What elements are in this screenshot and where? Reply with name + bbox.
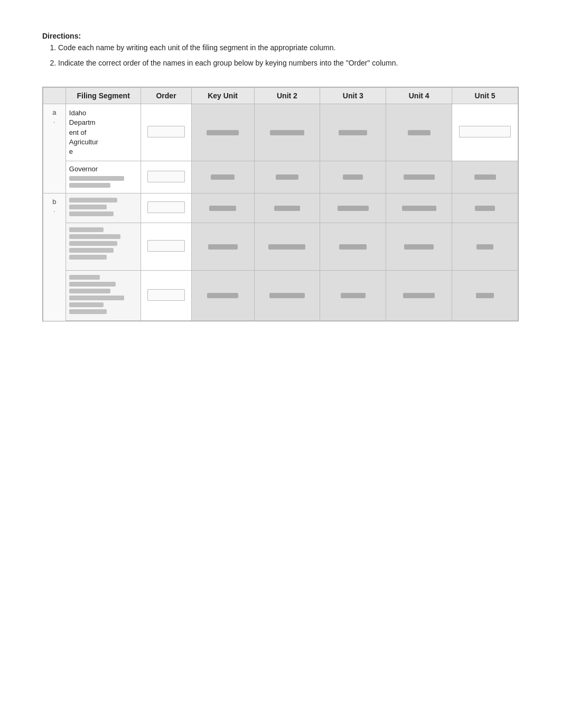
unit4-cell-a2	[386, 161, 452, 193]
unit5-cell-a1[interactable]	[452, 104, 518, 161]
group-label-b: b.	[43, 193, 66, 321]
unit4-cell-b3	[386, 271, 452, 321]
unit2-cell-b3	[254, 271, 320, 321]
unit2-cell-b2	[254, 223, 320, 271]
order-input-b1[interactable]	[147, 201, 184, 213]
th-empty	[43, 88, 66, 104]
unit5-cell-b1	[452, 193, 518, 223]
directions-section: Directions: Code each name by writing ea…	[42, 32, 519, 69]
unit4-cell-b2	[386, 223, 452, 271]
unit3-cell-a1	[320, 104, 386, 161]
table-row: Governor	[43, 161, 518, 193]
directions-title: Directions:	[42, 32, 519, 40]
unit5-cell-b2	[452, 223, 518, 271]
th-unit5: Unit 5	[452, 88, 518, 104]
th-unit3: Unit 3	[320, 88, 386, 104]
order-cell-b3[interactable]	[141, 271, 191, 321]
order-input-b3[interactable]	[147, 289, 184, 301]
filing-cell-b3	[66, 271, 141, 321]
table-row	[43, 223, 518, 271]
filing-table: Filing Segment Order Key Unit Unit 2 Uni…	[43, 87, 518, 321]
filing-cell-b2	[66, 223, 141, 271]
group-label-a: a.	[43, 104, 66, 193]
order-input-b2[interactable]	[147, 240, 184, 252]
unit2-cell-b1	[254, 193, 320, 223]
key-unit-cell-b3	[191, 271, 254, 321]
table-row: a. IdahoDepartment ofAgriculture	[43, 104, 518, 161]
key-unit-cell-a2	[191, 161, 254, 193]
order-cell-b1[interactable]	[141, 193, 191, 223]
unit3-cell-b1	[320, 193, 386, 223]
order-cell-b2[interactable]	[141, 223, 191, 271]
unit5-input-a1[interactable]	[459, 126, 510, 137]
th-unit2: Unit 2	[254, 88, 320, 104]
key-unit-cell-b1	[191, 193, 254, 223]
unit4-cell-b1	[386, 193, 452, 223]
order-cell-a1[interactable]	[141, 104, 191, 161]
unit3-cell-a2	[320, 161, 386, 193]
filing-cell-a1: IdahoDepartment ofAgriculture	[66, 104, 141, 161]
table-header-row: Filing Segment Order Key Unit Unit 2 Uni…	[43, 88, 518, 104]
filing-cell-b1	[66, 193, 141, 223]
table-row	[43, 271, 518, 321]
th-unit4: Unit 4	[386, 88, 452, 104]
unit2-cell-a1	[254, 104, 320, 161]
key-unit-cell-a1	[191, 104, 254, 161]
unit5-cell-b3	[452, 271, 518, 321]
order-cell-a2[interactable]	[141, 161, 191, 193]
order-input-a1[interactable]	[147, 126, 184, 137]
unit4-cell-a1	[386, 104, 452, 161]
unit2-cell-a2	[254, 161, 320, 193]
direction-step1: Code each name by writing each unit of t…	[58, 42, 519, 53]
direction-step2: Indicate the correct order of the names …	[58, 58, 519, 69]
directions-list: Code each name by writing each unit of t…	[42, 42, 519, 69]
th-key-unit: Key Unit	[191, 88, 254, 104]
unit3-cell-b2	[320, 223, 386, 271]
table-row: b.	[43, 193, 518, 223]
order-input-a2[interactable]	[147, 171, 184, 182]
unit5-cell-a2	[452, 161, 518, 193]
filing-cell-a2: Governor	[66, 161, 141, 193]
key-unit-cell-b2	[191, 223, 254, 271]
main-table-wrapper: Filing Segment Order Key Unit Unit 2 Uni…	[42, 87, 519, 321]
th-order: Order	[141, 88, 191, 104]
th-filing-segment: Filing Segment	[66, 88, 141, 104]
unit3-cell-b3	[320, 271, 386, 321]
